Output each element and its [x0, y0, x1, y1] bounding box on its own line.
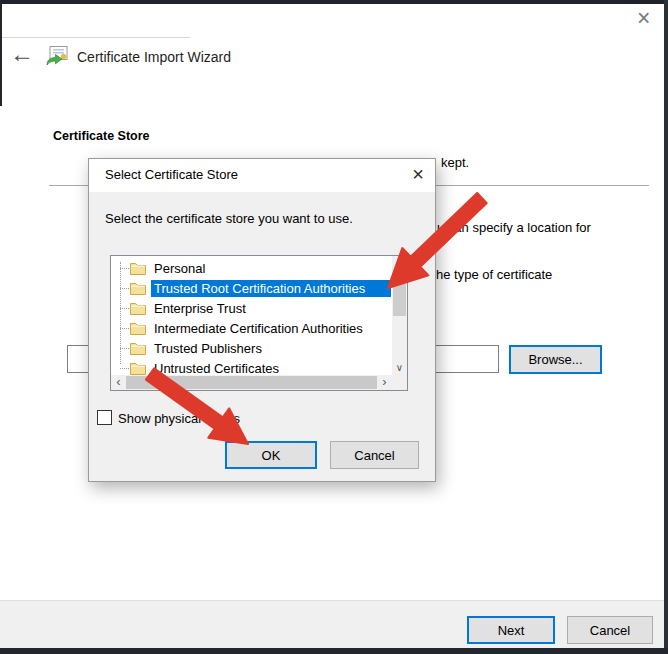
dialog-close-icon[interactable]: ×	[412, 162, 424, 186]
scroll-right-icon[interactable]: ›	[377, 375, 392, 390]
show-physical-stores-label[interactable]: Show physical stores	[118, 411, 240, 426]
folder-icon	[130, 362, 146, 375]
background-text-specify: u can specify a location for	[437, 220, 591, 235]
store-item-label: Trusted Root Certification Authorities	[151, 280, 391, 297]
folder-icon	[130, 322, 146, 335]
dialog-title: Select Certificate Store	[105, 167, 238, 182]
store-item-label: Untrusted Certificates	[151, 360, 282, 376]
store-item-label: Personal	[151, 260, 208, 277]
ok-button[interactable]: OK	[225, 441, 317, 469]
store-item-trusted-publishers[interactable]: Trusted Publishers	[111, 338, 391, 358]
folder-icon	[130, 302, 146, 315]
background-text-kept: kept.	[441, 155, 469, 170]
store-item-label: Enterprise Trust	[151, 300, 249, 317]
dialog-titlebar[interactable]: Select Certificate Store ×	[89, 159, 435, 192]
right-window-edge	[664, 0, 668, 654]
tree-branch	[120, 288, 129, 289]
store-item-untrusted[interactable]: Untrusted Certificates	[111, 358, 391, 375]
next-button[interactable]: Next	[467, 616, 555, 644]
page-section-title: Certificate Store	[53, 129, 150, 143]
certificate-import-icon	[45, 45, 69, 67]
select-certificate-store-dialog: Select Certificate Store × Select the ce…	[88, 158, 436, 482]
scroll-down-icon[interactable]: ∨	[392, 360, 407, 375]
dialog-cancel-button[interactable]: Cancel	[330, 441, 419, 469]
show-physical-stores-checkbox[interactable]	[97, 410, 112, 425]
scroll-up-icon[interactable]: ∧	[392, 256, 407, 271]
background-text-certificate-type: he type of certificate	[436, 267, 552, 282]
tree-branch	[120, 328, 129, 329]
folder-icon	[130, 262, 146, 275]
store-item-label: Trusted Publishers	[151, 340, 265, 357]
folder-icon	[130, 342, 146, 355]
scrollbar-corner	[392, 375, 407, 390]
dialog-prompt: Select the certificate store you want to…	[105, 211, 353, 226]
top-window-edge	[0, 0, 668, 4]
folder-icon	[130, 282, 146, 295]
back-arrow-button[interactable]: ←	[10, 42, 34, 66]
horizontal-scrollbar[interactable]: ‹ ›	[111, 375, 392, 390]
window-title: Certificate Import Wizard	[77, 49, 231, 65]
left-window-edge	[0, 0, 2, 106]
window-close-icon[interactable]: ×	[637, 6, 650, 30]
scroll-left-icon[interactable]: ‹	[111, 375, 126, 390]
background-window-line	[0, 37, 190, 38]
wizard-cancel-button[interactable]: Cancel	[567, 616, 653, 644]
store-item-enterprise-trust[interactable]: Enterprise Trust	[111, 298, 391, 318]
screenshot-root: ← Certificate Import Wizard × Certificat…	[0, 0, 668, 654]
vertical-scrollbar-thumb[interactable]	[393, 278, 406, 316]
tree-branch	[120, 268, 129, 269]
tree-branch	[120, 368, 129, 369]
store-item-personal[interactable]: Personal	[111, 258, 391, 278]
horizontal-scrollbar-thumb[interactable]	[126, 376, 377, 389]
browse-button[interactable]: Browse...	[509, 345, 602, 374]
bottom-window-edge	[0, 648, 668, 654]
vertical-scrollbar[interactable]: ∧ ∨	[392, 256, 407, 375]
store-tree: Personal Trusted Root Certification Auth…	[111, 256, 391, 375]
tree-branch	[120, 348, 129, 349]
store-item-label: Intermediate Certification Authorities	[151, 320, 366, 337]
wizard-footer	[0, 600, 664, 648]
store-item-trusted-root[interactable]: Trusted Root Certification Authorities	[111, 278, 391, 298]
tree-branch	[120, 308, 129, 309]
certificate-store-list: Personal Trusted Root Certification Auth…	[110, 255, 408, 391]
store-item-intermediate[interactable]: Intermediate Certification Authorities	[111, 318, 391, 338]
